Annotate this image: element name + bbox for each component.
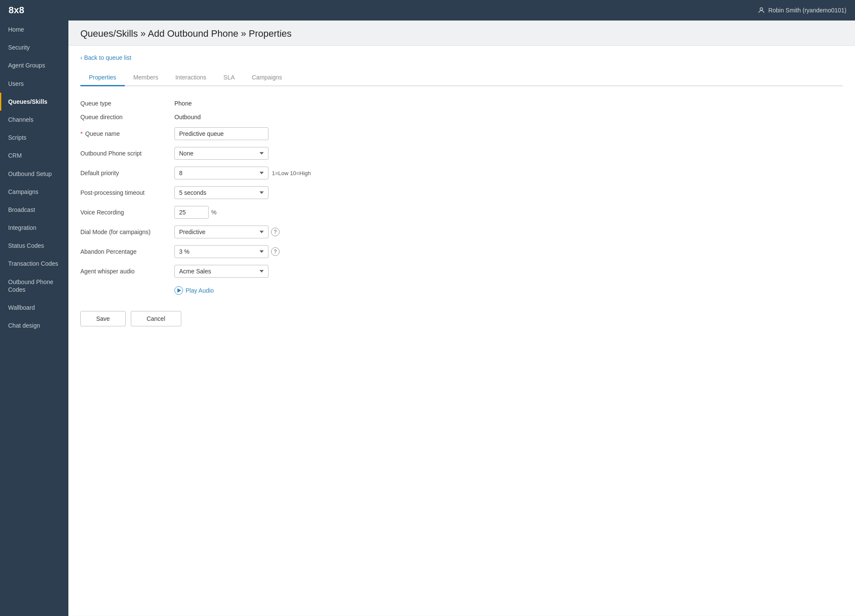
chevron-left-icon: ‹	[80, 54, 83, 61]
sidebar-item-outbound-phone-codes[interactable]: Outbound Phone Codes	[0, 273, 68, 299]
default-priority-row: Default priority 12345678910 1=Low 10=Hi…	[80, 163, 843, 183]
abandon-pct-row: Abandon Percentage 1 %2 %3 %4 %5 % ?	[80, 242, 843, 261]
required-star: *	[80, 130, 83, 137]
queue-type-value: Phone	[174, 100, 192, 107]
sidebar-item-crm[interactable]: CRM	[0, 147, 68, 164]
save-button[interactable]: Save	[80, 311, 126, 326]
topbar: 8x8 Robin Smith (ryandemo0101)	[0, 0, 855, 21]
abandon-pct-help-icon[interactable]: ?	[271, 247, 280, 256]
sidebar-item-integration[interactable]: Integration	[0, 219, 68, 237]
abandon-pct-label: Abandon Percentage	[80, 242, 174, 261]
page-header: Queues/Skills » Add Outbound Phone » Pro…	[68, 21, 855, 46]
priority-hint: 1=Low 10=High	[272, 170, 311, 176]
percent-suffix: %	[211, 209, 216, 216]
play-icon	[174, 286, 183, 295]
queue-direction-label: Queue direction	[80, 110, 174, 124]
queue-direction-row: Queue direction Outbound	[80, 110, 843, 124]
tabs: PropertiesMembersInteractionsSLACampaign…	[80, 70, 843, 86]
voice-recording-input[interactable]	[174, 206, 209, 219]
sidebar-item-transaction-codes[interactable]: Transaction Codes	[0, 255, 68, 273]
tab-members[interactable]: Members	[125, 70, 167, 86]
tab-campaigns[interactable]: Campaigns	[243, 70, 291, 86]
voice-recording-row: Voice Recording %	[80, 202, 843, 222]
sidebar-item-broadcast[interactable]: Broadcast	[0, 201, 68, 219]
post-processing-label: Post-processing timeout	[80, 183, 174, 202]
default-priority-select[interactable]: 12345678910	[174, 167, 268, 179]
play-audio-row: Play Audio	[80, 281, 843, 298]
dial-mode-help-icon[interactable]: ?	[271, 228, 280, 236]
sidebar-item-users[interactable]: Users	[0, 75, 68, 93]
queue-type-row: Queue type Phone	[80, 97, 843, 110]
outbound-script-label: Outbound Phone script	[80, 144, 174, 163]
post-processing-row: Post-processing timeout 5 seconds10 seco…	[80, 183, 843, 202]
sidebar-item-status-codes[interactable]: Status Codes	[0, 237, 68, 255]
sidebar-item-campaigns[interactable]: Campaigns	[0, 183, 68, 201]
main-content: Queues/Skills » Add Outbound Phone » Pro…	[68, 21, 855, 616]
back-link-label: Back to queue list	[84, 54, 132, 61]
queue-name-input[interactable]	[174, 127, 268, 140]
queue-name-label: * Queue name	[80, 124, 174, 144]
abandon-pct-select[interactable]: 1 %2 %3 %4 %5 %	[174, 245, 268, 258]
back-link[interactable]: ‹ Back to queue list	[80, 54, 131, 61]
queue-name-row: * Queue name	[80, 124, 843, 144]
form-actions: Save Cancel	[80, 311, 843, 326]
user-icon	[758, 7, 765, 14]
queue-direction-value: Outbound	[174, 114, 201, 120]
tab-sla[interactable]: SLA	[215, 70, 243, 86]
dial-mode-row: Dial Mode (for campaigns) PredictiveProg…	[80, 222, 843, 242]
outbound-script-row: Outbound Phone script NoneScript 1Script…	[80, 144, 843, 163]
voice-recording-label: Voice Recording	[80, 202, 174, 222]
agent-whisper-row: Agent whisper audio Acme SalesNoneOption…	[80, 261, 843, 281]
user-info: Robin Smith (ryandemo0101)	[758, 7, 846, 14]
play-triangle	[177, 288, 181, 293]
properties-form: Queue type Phone Queue direction Outboun…	[80, 97, 843, 298]
cancel-button[interactable]: Cancel	[131, 311, 181, 326]
sidebar-item-outbound-setup[interactable]: Outbound Setup	[0, 165, 68, 183]
tab-properties[interactable]: Properties	[80, 70, 125, 86]
svg-point-0	[760, 8, 763, 10]
play-audio-button[interactable]: Play Audio	[174, 286, 214, 295]
play-audio-label: Play Audio	[186, 287, 214, 294]
sidebar-item-agent-groups[interactable]: Agent Groups	[0, 56, 68, 74]
sidebar-item-scripts[interactable]: Scripts	[0, 129, 68, 147]
sidebar-item-security[interactable]: Security	[0, 38, 68, 56]
username: Robin Smith (ryandemo0101)	[768, 7, 846, 14]
logo: 8x8	[9, 5, 24, 16]
sidebar-item-wallboard[interactable]: Wallboard	[0, 299, 68, 317]
queue-type-label: Queue type	[80, 97, 174, 110]
dial-mode-select[interactable]: PredictiveProgressivePreviewManual	[174, 226, 268, 238]
sidebar-item-channels[interactable]: Channels	[0, 111, 68, 129]
content-area: ‹ Back to queue list PropertiesMembersIn…	[68, 46, 855, 616]
agent-whisper-select[interactable]: Acme SalesNoneOption 2	[174, 265, 268, 278]
sidebar-item-queues-skills[interactable]: Queues/Skills	[0, 93, 68, 111]
post-processing-select[interactable]: 5 seconds10 seconds15 seconds30 seconds6…	[174, 186, 268, 199]
agent-whisper-label: Agent whisper audio	[80, 261, 174, 281]
sidebar: HomeSecurityAgent GroupsUsersQueues/Skil…	[0, 21, 68, 616]
dial-mode-label: Dial Mode (for campaigns)	[80, 222, 174, 242]
sidebar-item-home[interactable]: Home	[0, 21, 68, 38]
page-title: Queues/Skills » Add Outbound Phone » Pro…	[80, 28, 843, 39]
tab-interactions[interactable]: Interactions	[167, 70, 215, 86]
outbound-script-select[interactable]: NoneScript 1Script 2	[174, 147, 268, 160]
sidebar-item-chat-design[interactable]: Chat design	[0, 317, 68, 334]
default-priority-label: Default priority	[80, 163, 174, 183]
